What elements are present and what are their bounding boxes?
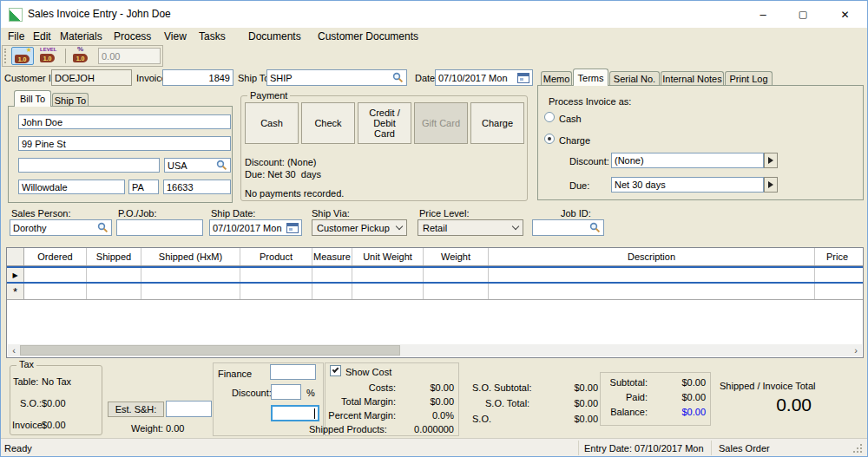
cell-description[interactable]: [489, 284, 815, 299]
search-icon[interactable]: [589, 222, 601, 233]
status-ready: Ready: [4, 443, 32, 454]
terms-discount-field[interactable]: (None): [611, 153, 764, 168]
cell-measure[interactable]: [312, 268, 352, 282]
resize-grip-icon[interactable]: [860, 444, 862, 446]
bill-to-country-field[interactable]: USA: [164, 158, 231, 173]
cell-unit-weight[interactable]: [352, 268, 424, 282]
cell-unit-weight[interactable]: [352, 284, 424, 299]
minimize-button[interactable]: –: [743, 1, 783, 28]
close-button[interactable]: ✕: [823, 1, 867, 28]
check-button-label: Check: [314, 118, 341, 128]
new-sale-tag-button[interactable]: ★ 1.0: [11, 47, 34, 65]
checkmark-icon: [332, 366, 339, 373]
cell-shipped[interactable]: [87, 284, 141, 299]
tab-internal-notes[interactable]: Internal Notes: [661, 71, 724, 85]
cash-button-label: Cash: [260, 118, 283, 128]
est-sh-field[interactable]: [166, 401, 212, 417]
percent-margin-label: Percent Margin:: [309, 410, 396, 421]
menu-item-file[interactable]: File: [8, 31, 24, 42]
ship-to-field[interactable]: SHIP: [266, 69, 407, 86]
costs-value: $0.00: [402, 382, 454, 393]
cell-price[interactable]: [815, 268, 859, 282]
payment-legend: Payment: [247, 91, 290, 101]
tab-serial-no-label: Serial No.: [614, 74, 655, 84]
search-icon[interactable]: [392, 72, 404, 83]
cell-product[interactable]: [240, 284, 312, 299]
ship-via-combo[interactable]: Customer Pickup: [312, 219, 407, 236]
menu-item-edit[interactable]: Edit: [33, 31, 51, 42]
search-icon[interactable]: [97, 222, 108, 233]
tax-invoice-value: $0.00: [42, 420, 66, 430]
cell-weight[interactable]: [424, 268, 489, 282]
finance-field[interactable]: [270, 364, 316, 380]
bill-to-address-field[interactable]: [18, 136, 231, 151]
date-field[interactable]: 07/10/2017 Mon: [435, 69, 533, 86]
cell-product[interactable]: [240, 268, 312, 282]
menu-item-process[interactable]: Process: [114, 31, 151, 42]
scroll-right-icon[interactable]: ›: [850, 344, 862, 356]
tab-serial-no[interactable]: Serial No.: [609, 71, 660, 85]
charge-radio-label[interactable]: Charge: [559, 135, 590, 146]
toolbar-grip[interactable]: [4, 49, 7, 63]
est-sh-button[interactable]: Est. S&H:: [108, 402, 164, 417]
search-icon[interactable]: [216, 160, 227, 171]
tab-bill-to[interactable]: Bill To: [14, 90, 51, 107]
calendar-icon[interactable]: [517, 73, 529, 83]
cell-ordered[interactable]: [24, 268, 87, 282]
bill-to-address2-field[interactable]: [18, 158, 160, 173]
payment-credit-debit-button[interactable]: Credit / Debit Card: [358, 102, 411, 144]
po-job-field[interactable]: [116, 219, 203, 236]
tab-memo[interactable]: Memo: [541, 71, 572, 85]
payment-charge-button[interactable]: Charge: [470, 102, 524, 144]
tab-terms[interactable]: Terms: [573, 69, 608, 86]
charge-radio[interactable]: [544, 134, 555, 144]
customer-id-field[interactable]: DOEJOH: [51, 69, 132, 86]
finance-discount-field[interactable]: [271, 384, 301, 400]
bill-to-name-field[interactable]: [18, 114, 231, 129]
weight-value: 0.00: [166, 423, 184, 434]
terms-due-field[interactable]: Net 30 days: [611, 177, 764, 193]
show-cost-checkbox[interactable]: [330, 365, 341, 376]
cash-radio-label[interactable]: Cash: [559, 114, 582, 124]
cell-measure[interactable]: [312, 284, 352, 299]
ship-date-field[interactable]: 07/10/2017 Mon: [209, 219, 302, 236]
toolbar-amount-field[interactable]: 0.00: [98, 48, 161, 64]
cell-price[interactable]: [815, 284, 859, 299]
price-level-button[interactable]: LEVEL 1.0: [37, 47, 60, 65]
scrollbar-thumb[interactable]: [20, 345, 400, 356]
percent-icon-text: %: [77, 46, 83, 53]
calendar-icon[interactable]: [286, 223, 299, 233]
bill-to-city-field[interactable]: [18, 180, 125, 194]
terms-discount-flyout-button[interactable]: [764, 153, 778, 168]
maximize-button[interactable]: ▢: [783, 1, 823, 28]
bill-to-state-field[interactable]: [128, 180, 159, 194]
show-cost-label[interactable]: Show Cost: [345, 367, 391, 377]
menu-item-customer-documents[interactable]: Customer Documents: [318, 31, 418, 42]
paid-label: Paid:: [587, 392, 648, 402]
cell-shipped-hxm[interactable]: [141, 284, 240, 299]
tab-ship-to[interactable]: Ship To: [52, 93, 89, 107]
sales-person-field[interactable]: Dorothy: [10, 219, 112, 236]
cell-weight[interactable]: [424, 284, 489, 299]
scroll-left-icon[interactable]: ‹: [8, 344, 20, 356]
invoice-field[interactable]: [162, 69, 233, 86]
discount-percent-button[interactable]: % 1.0: [70, 47, 93, 65]
price-tag-icon: 1.0: [15, 55, 30, 63]
price-level-combo[interactable]: Retail: [418, 219, 523, 236]
cell-ordered[interactable]: [24, 284, 87, 299]
tab-print-log[interactable]: Print Log: [725, 71, 773, 85]
terms-due-flyout-button[interactable]: [764, 177, 778, 193]
cell-shipped[interactable]: [87, 268, 141, 282]
cell-description[interactable]: [489, 268, 815, 282]
menu-item-view[interactable]: View: [164, 31, 187, 42]
payment-cash-button[interactable]: Cash: [245, 102, 299, 144]
cash-radio[interactable]: [544, 112, 555, 122]
job-id-field[interactable]: [532, 219, 604, 236]
cell-shipped-hxm[interactable]: [141, 268, 240, 282]
bill-to-zip-field[interactable]: [163, 180, 231, 194]
payment-check-button[interactable]: Check: [301, 102, 355, 144]
menu-item-documents[interactable]: Documents: [248, 31, 301, 42]
menu-item-tasks[interactable]: Tasks: [199, 31, 226, 42]
menu-item-materials[interactable]: Materials: [60, 31, 102, 42]
job-id-label: Job ID:: [561, 208, 591, 219]
